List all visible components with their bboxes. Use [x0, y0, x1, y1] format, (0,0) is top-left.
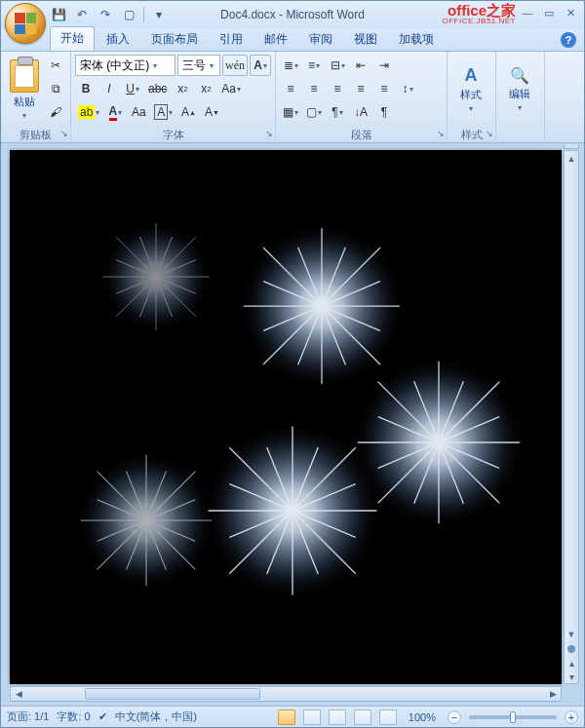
zoom-in-button[interactable]: + [565, 710, 578, 724]
font-size-combo[interactable]: 三号 [177, 55, 220, 76]
paragraph-launcher[interactable]: ↘ [437, 129, 445, 138]
office-logo-icon [15, 13, 36, 34]
tab-references[interactable]: 引用 [210, 28, 253, 51]
tab-review[interactable]: 审阅 [299, 28, 342, 51]
vscroll-track[interactable] [565, 167, 578, 627]
zoom-level[interactable]: 100% [409, 711, 436, 723]
star-shape[interactable] [201, 419, 385, 603]
star-shape[interactable] [98, 219, 214, 335]
paste-button[interactable]: 粘贴 ▾ [5, 55, 43, 124]
undo-button[interactable]: ↶ [73, 6, 91, 23]
char-scale-button[interactable]: Aa [128, 101, 149, 123]
scroll-down-button[interactable]: ▼ [565, 627, 578, 642]
phonetic-button[interactable]: A [250, 55, 271, 76]
help-icon[interactable]: ? [561, 32, 576, 48]
underline-button[interactable]: U [122, 78, 143, 99]
view-draft[interactable] [379, 709, 397, 725]
line-spacing-button[interactable]: ↕ [397, 78, 418, 99]
number-list-button[interactable]: ≡ [303, 55, 325, 76]
editing-button[interactable]: 🔍 编辑 ▾ [500, 55, 539, 124]
tab-layout[interactable]: 页面布局 [141, 28, 208, 51]
status-spell-icon[interactable]: ✔ [98, 710, 107, 723]
prev-page-button[interactable]: ▴ [565, 656, 578, 670]
clipboard-launcher[interactable]: ↘ [60, 129, 68, 138]
tab-mailings[interactable]: 邮件 [254, 28, 297, 51]
font-launcher[interactable]: ↘ [265, 129, 273, 138]
close-button[interactable]: ✕ [561, 5, 580, 20]
watermark: office之家 OFFICE.JB51.NET [442, 3, 516, 25]
format-painter-button[interactable]: 🖌 [45, 101, 66, 123]
shading-button[interactable]: ▦ [280, 101, 301, 123]
copy-button[interactable]: ⧉ [45, 78, 66, 99]
hscroll-thumb[interactable] [85, 688, 260, 700]
tab-view[interactable]: 视图 [344, 28, 387, 51]
split-handle[interactable] [564, 144, 579, 149]
horizontal-scrollbar[interactable]: ◀ ▶ [10, 686, 562, 702]
grow-font-button[interactable]: A▲ [177, 101, 199, 123]
clear-format-button[interactable]: wén [222, 55, 248, 76]
char-border-button[interactable]: A [151, 101, 176, 123]
zoom-slider[interactable] [469, 715, 557, 719]
document-page[interactable] [10, 150, 562, 684]
sort-button[interactable]: ↓A [350, 101, 371, 123]
browse-object-button[interactable] [565, 642, 578, 656]
styles-launcher[interactable]: ↘ [486, 129, 493, 138]
subscript-button[interactable]: x2 [172, 78, 193, 99]
watermark-sub: OFFICE.JB51.NET [442, 18, 516, 25]
office-button[interactable] [5, 3, 46, 44]
minimize-button[interactable]: — [518, 5, 537, 20]
tab-addins[interactable]: 加载项 [389, 28, 444, 51]
font-color-button[interactable]: A [104, 101, 126, 123]
dec-indent-button[interactable]: ⇤ [350, 55, 371, 76]
hscroll-track[interactable] [26, 687, 545, 701]
zoom-knob[interactable] [510, 711, 516, 723]
view-print-layout[interactable] [278, 709, 295, 725]
scroll-left-button[interactable]: ◀ [11, 687, 26, 701]
tab-home[interactable]: 开始 [50, 26, 95, 51]
change-case-button[interactable]: Aa [218, 78, 244, 99]
cut-button[interactable]: ✂ [45, 55, 66, 76]
justify-button[interactable]: ≡ [350, 78, 371, 99]
paragraph-group-label: 段落 ↘ [276, 127, 447, 142]
distribute-button[interactable]: ≡ [373, 78, 395, 99]
align-left-button[interactable]: ≡ [280, 78, 301, 99]
rtl-button[interactable]: ¶ [327, 101, 348, 123]
tab-insert[interactable]: 插入 [97, 28, 139, 51]
star-shape[interactable] [75, 449, 218, 593]
maximize-button[interactable]: ▭ [539, 5, 559, 20]
qat-customize-button[interactable]: ▾ [150, 6, 168, 23]
view-outline[interactable] [354, 709, 371, 725]
editing-group-label [496, 127, 544, 142]
vertical-scrollbar[interactable]: ▲ ▼ ▴ ▾ [564, 150, 579, 684]
paste-label: 粘贴 [14, 95, 35, 109]
save-icon[interactable]: 💾 [50, 6, 67, 23]
align-right-button[interactable]: ≡ [327, 78, 348, 99]
styles-button[interactable]: A 样式 ▾ [451, 55, 490, 124]
status-words[interactable]: 字数: 0 [57, 709, 90, 724]
scroll-up-button[interactable]: ▲ [565, 151, 578, 167]
status-page[interactable]: 页面: 1/1 [7, 709, 49, 724]
zoom-out-button[interactable]: − [448, 710, 461, 724]
borders-button[interactable]: ▢ [303, 101, 325, 123]
show-marks-button[interactable]: ¶ [373, 101, 395, 123]
status-lang[interactable]: 中文(简体，中国) [115, 709, 197, 724]
highlight-button[interactable]: ab [75, 101, 102, 123]
shrink-font-button[interactable]: A▼ [201, 101, 222, 123]
strike-button[interactable]: abc [145, 78, 170, 99]
styles-icon: A [465, 65, 478, 86]
view-web-layout[interactable] [329, 709, 346, 725]
next-page-button[interactable]: ▾ [565, 670, 578, 683]
italic-button[interactable]: I [98, 78, 120, 99]
new-doc-button[interactable]: ▢ [120, 6, 137, 23]
font-family-combo[interactable]: 宋体 (中文正) [75, 55, 176, 76]
view-full-reading[interactable] [303, 709, 321, 725]
multilevel-button[interactable]: ⊟ [327, 55, 348, 76]
bullet-list-button[interactable]: ≣ [280, 55, 301, 76]
superscript-button[interactable]: x2 [195, 78, 216, 99]
bold-button[interactable]: B [75, 78, 97, 99]
scroll-right-button[interactable]: ▶ [545, 687, 561, 701]
ribbon-tabs: 开始 插入 页面布局 引用 邮件 审阅 视图 加载项 ? [1, 28, 584, 52]
redo-button[interactable]: ↷ [97, 6, 114, 23]
inc-indent-button[interactable]: ⇥ [373, 55, 395, 76]
align-center-button[interactable]: ≡ [303, 78, 325, 99]
